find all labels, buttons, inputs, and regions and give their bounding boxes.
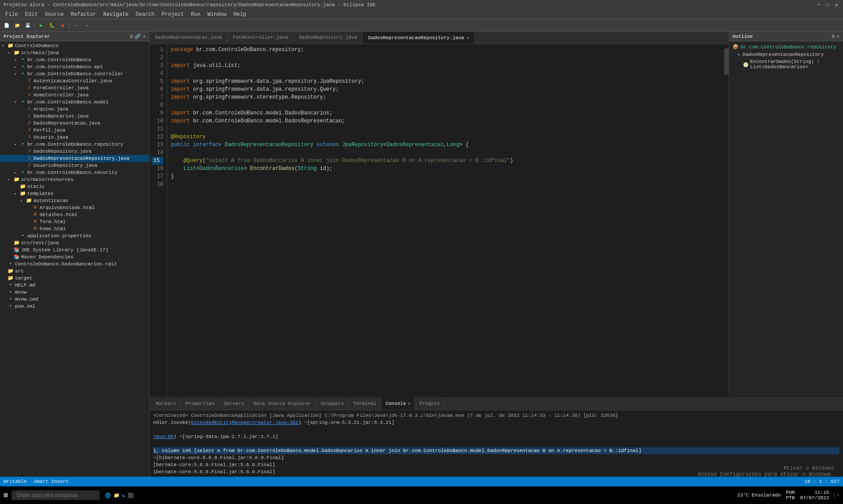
tree-item[interactable]: HArquivoEnviado.html: [0, 204, 149, 211]
pe-actions: ⊟ 🔗 ✕: [130, 33, 146, 39]
tree-item[interactable]: 📁target: [0, 275, 149, 282]
tab-close-icon[interactable]: ✕: [467, 35, 469, 40]
tree-item[interactable]: ▾▪br.com.ControleDoBanco: [0, 56, 149, 63]
tab-datasource[interactable]: Data Source Explorer: [249, 397, 316, 410]
tree-item[interactable]: Hdetalhes.html: [0, 211, 149, 218]
toolbar-debug[interactable]: 🐛: [47, 21, 57, 30]
taskbar-terminal-icon[interactable]: ⬛: [128, 493, 134, 498]
tree-item[interactable]: JAutenticacaoController.java: [0, 77, 149, 85]
tree-item[interactable]: ▪mvnw: [0, 289, 149, 296]
tree-item[interactable]: ▾▪br.com.ControleDoBanco.model: [0, 99, 149, 106]
pe-collapse[interactable]: ⊟: [130, 33, 133, 39]
toolbar-back[interactable]: ←: [71, 21, 81, 30]
tab-dadosrepresentacao[interactable]: DadosRepresentacao.java: [150, 32, 228, 44]
interface-icon: ▸: [738, 52, 741, 57]
tab-properties[interactable]: Properties: [181, 397, 219, 410]
tree-item[interactable]: JPerfil.java: [0, 127, 149, 134]
toolbar-run[interactable]: ▶: [37, 21, 46, 30]
tree-item[interactable]: JArquivo.java: [0, 106, 149, 113]
editor-scrollbar-thumb[interactable]: [724, 48, 729, 75]
tree-item[interactable]: ▾▪br.com.ControleDoBanco.controller: [0, 70, 149, 77]
pe-close[interactable]: ✕: [143, 33, 146, 39]
pe-content[interactable]: ▾📁ControleDoBanco▾📁src/main/java▾▪br.com…: [0, 41, 149, 494]
taskbar-show-desktop[interactable]: ▫: [834, 493, 839, 498]
tree-item[interactable]: JUsuario.java: [0, 134, 149, 141]
tree-item[interactable]: 📁src: [0, 268, 149, 275]
tree-item[interactable]: ▾📁autenticacao: [0, 197, 149, 204]
code-editor[interactable]: 12345 678910 11121314 15 161718 package …: [150, 44, 729, 397]
toolbar-save[interactable]: 💾: [23, 21, 33, 30]
tree-item[interactable]: JDadosRepository.java: [0, 148, 149, 155]
tree-item[interactable]: JDadosRepresentacaoRepository.java: [0, 155, 149, 162]
windows-icon[interactable]: ⊞: [4, 491, 8, 500]
editor-scrollbar[interactable]: [724, 44, 729, 397]
taskbar-clock: 11:15 07/07/2022: [800, 490, 829, 500]
tree-item[interactable]: ▸▪br.com.ControleDoBanco.api: [0, 63, 149, 70]
tab-terminal[interactable]: Terminal: [349, 397, 381, 410]
maximize-button[interactable]: □: [825, 2, 831, 8]
menu-project[interactable]: Project: [158, 11, 187, 18]
menu-help[interactable]: Help: [230, 11, 250, 18]
toolbar-stop[interactable]: ■: [58, 21, 67, 30]
taskbar: ⊞ 🌐 📁 ☯ ⬛ 23°C Ensolarado POR PTB 11:15 …: [0, 486, 843, 504]
outline-close[interactable]: ✕: [836, 33, 839, 39]
title-text: Projetos alura - ControleDoBanco/src/mai…: [4, 2, 375, 7]
pe-link[interactable]: 🔗: [135, 33, 141, 39]
tree-item[interactable]: JHomeController.java: [0, 92, 149, 99]
tree-item[interactable]: ▾📁src/main/resources: [0, 176, 149, 183]
tab-console[interactable]: Console ✕: [381, 397, 415, 410]
outline-method[interactable]: ⬤ EncontrarDados(String) : List<DadosBan…: [731, 58, 841, 70]
tree-item[interactable]: ▾📁src/main/java: [0, 49, 149, 56]
tree-item[interactable]: ▾▪br.com.ControleDoBanco.repository: [0, 141, 149, 148]
taskbar-search[interactable]: [11, 490, 99, 500]
taskbar-eclipse-icon[interactable]: ☯: [122, 493, 125, 498]
tree-item[interactable]: ▪HELP.md: [0, 282, 149, 289]
console-close[interactable]: ✕: [408, 401, 410, 406]
tree-item[interactable]: ▪application.properties: [0, 232, 149, 239]
tree-item[interactable]: JUsuarioRepository.java: [0, 162, 149, 169]
tab-snippets[interactable]: Snippets: [316, 397, 349, 410]
tree-item[interactable]: ▪ControleDoBanco.DadosBancarios.raiz: [0, 261, 149, 268]
menu-edit[interactable]: Edit: [22, 11, 41, 18]
tree-item[interactable]: 📚JRE System Library [JavaSE-17]: [0, 246, 149, 254]
tree-item[interactable]: ▾📁ControleDoBanco: [0, 42, 149, 49]
tree-item[interactable]: JDadosBancarios.java: [0, 113, 149, 120]
tree-item[interactable]: ▸▪br.com.ControleDoBanco.security: [0, 169, 149, 176]
outline-package[interactable]: 📦 br.com.ControleDoBanco.repository: [731, 43, 841, 51]
menu-refactor[interactable]: Refactor: [67, 11, 100, 18]
tree-item[interactable]: JDadosRepresentacao.java: [0, 120, 149, 127]
tab-servers[interactable]: Servers: [219, 397, 249, 410]
outline-toolbar-btn[interactable]: ⊟: [832, 33, 835, 39]
taskbar-browser-icon[interactable]: 🌐: [105, 493, 111, 498]
tab-dadosrepository[interactable]: DadosRepository.java: [294, 32, 363, 44]
tab-dadosrepresentacaorepository[interactable]: DadosRepresentacaoRepository.java ✕: [363, 32, 475, 44]
tree-item[interactable]: ▾📁templates: [0, 190, 149, 197]
tab-progress[interactable]: Progres: [415, 397, 445, 410]
tree-item[interactable]: 📁static: [0, 183, 149, 190]
menu-run[interactable]: Run: [188, 11, 204, 18]
minimize-button[interactable]: ─: [816, 2, 822, 8]
close-button[interactable]: ✕: [833, 2, 839, 8]
tree-item[interactable]: ▪pom.xml: [0, 303, 149, 310]
taskbar-folder-icon[interactable]: 📁: [114, 493, 120, 498]
tree-item[interactable]: ▪mvnw.cmd: [0, 296, 149, 303]
menu-window[interactable]: Window: [204, 11, 230, 18]
toolbar-forward[interactable]: →: [82, 21, 92, 30]
tab-markers[interactable]: Markers: [151, 397, 181, 410]
menu-search[interactable]: Search: [132, 11, 158, 18]
tree-item[interactable]: 📚Maven Dependencies: [0, 254, 149, 261]
menu-bar: File Edit Source Refactor Navigate Searc…: [0, 10, 843, 19]
toolbar-new[interactable]: 📄: [2, 21, 11, 30]
code-content[interactable]: package br.com.ControleDoBanco.repositor…: [167, 44, 729, 397]
tree-item[interactable]: JFormController.java: [0, 85, 149, 92]
tree-item[interactable]: 📁src/test/java: [0, 239, 149, 246]
menu-source[interactable]: Source: [41, 11, 67, 18]
tab-formcontroller[interactable]: FormController.java: [228, 32, 294, 44]
menu-file[interactable]: File: [2, 11, 22, 18]
outline-interface[interactable]: ▸ DadosRepresentacaoRepository: [731, 51, 841, 58]
toolbar-open[interactable]: 📁: [12, 21, 22, 30]
menu-navigate[interactable]: Navigate: [99, 11, 132, 18]
outline-content: 📦 br.com.ControleDoBanco.repository ▸ Da…: [729, 41, 843, 397]
tree-item[interactable]: Hform.html: [0, 218, 149, 225]
tree-item[interactable]: Hhome.html: [0, 225, 149, 232]
